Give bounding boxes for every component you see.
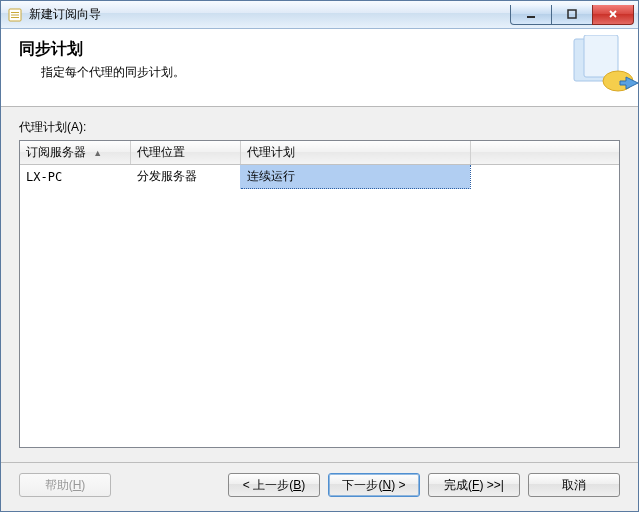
maximize-icon [566,8,578,20]
next-button-label: 下一步 [342,477,378,494]
back-button[interactable]: < 上一步 (B) [228,473,320,497]
col-header-agent-location-label: 代理位置 [137,145,185,159]
svg-line-6 [610,11,616,17]
finish-button[interactable]: 完成 (F) >>| [428,473,520,497]
col-header-subscriber[interactable]: 订阅服务器 ▲ [20,141,130,165]
svg-line-7 [610,11,616,17]
back-button-label: 上一步 [253,477,289,494]
back-mnemonic: B [293,478,301,492]
col-header-agent-location[interactable]: 代理位置 [130,141,240,165]
wizard-window: 新建订阅向导 同步计划 指定每个代理的同步计划。 [0,0,639,512]
col-header-spacer [470,141,619,165]
next-mnemonic: N [382,478,391,492]
finish-button-label: 完成 [444,477,468,494]
next-button[interactable]: 下一步 (N) > [328,473,420,497]
minimize-button[interactable] [510,5,552,25]
col-header-agent-schedule[interactable]: 代理计划 [240,141,470,165]
cancel-button[interactable]: 取消 [528,473,620,497]
header-graphic-icon [572,35,638,95]
col-header-subscriber-label: 订阅服务器 [26,145,86,159]
cell-subscriber: LX-PC [20,165,130,189]
grid-header-row: 订阅服务器 ▲ 代理位置 代理计划 [20,141,619,165]
cell-agent-schedule[interactable]: 连续运行 [240,165,470,189]
agent-schedule-label: 代理计划(A): [19,119,620,136]
table-row[interactable]: LX-PC 分发服务器 连续运行 [20,165,619,189]
header-pane: 同步计划 指定每个代理的同步计划。 [1,29,638,107]
finish-mnemonic: F [472,478,479,492]
svg-rect-5 [568,10,576,18]
titlebar: 新建订阅向导 [1,1,638,29]
page-title: 同步计划 [19,39,620,60]
app-icon [7,7,23,23]
page-subtitle: 指定每个代理的同步计划。 [41,64,620,81]
sort-asc-icon: ▲ [93,148,102,158]
window-title: 新建订阅向导 [29,6,101,23]
help-mnemonic: H [73,478,82,492]
cancel-button-label: 取消 [562,477,586,494]
minimize-icon [525,8,537,20]
maximize-button[interactable] [551,5,593,25]
footer-bar: 帮助 (H) < 上一步 (B) 下一步 (N) > 完成 (F) >>| 取消 [1,462,638,511]
close-button[interactable] [592,5,634,25]
svg-rect-9 [584,35,618,77]
cell-agent-location: 分发服务器 [130,165,240,189]
help-button[interactable]: 帮助 (H) [19,473,111,497]
close-icon [607,8,619,20]
svg-rect-4 [527,16,535,18]
col-header-agent-schedule-label: 代理计划 [247,145,295,159]
body-pane: 代理计划(A): 订阅服务器 ▲ 代理位置 [1,107,638,448]
help-button-label: 帮助 [45,477,69,494]
cell-spacer [470,165,619,189]
window-controls [511,5,634,25]
agent-schedule-grid[interactable]: 订阅服务器 ▲ 代理位置 代理计划 LX-PC [19,140,620,448]
